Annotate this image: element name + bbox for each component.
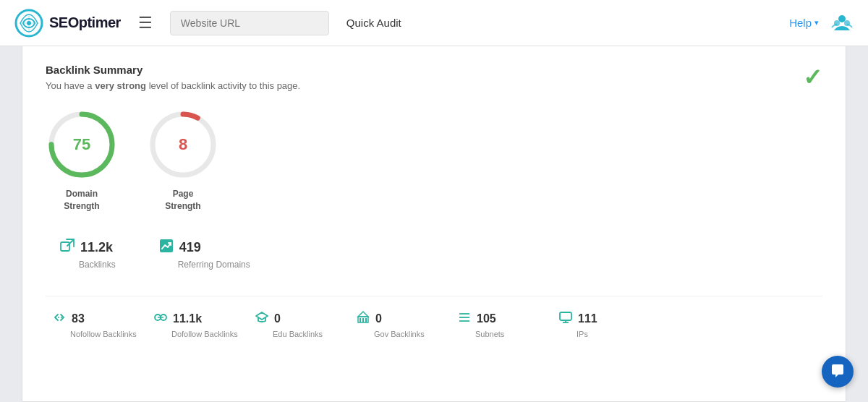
backlinks-value: 11.2k xyxy=(80,240,113,255)
domain-strength-item: 75 Domain Strength xyxy=(46,108,118,213)
help-label: Help xyxy=(789,17,812,29)
nofollow-icon xyxy=(53,311,66,327)
ips-monitor-icon xyxy=(559,311,572,324)
backlinks-stat: 11.2k Backlinks xyxy=(60,239,116,270)
edu-value: 0 xyxy=(274,312,281,325)
edu-stat: 0 Edu Backlinks xyxy=(255,311,357,338)
subnets-value: 105 xyxy=(477,312,496,325)
subnets-icon xyxy=(458,311,471,327)
domain-strength-circle: 75 xyxy=(46,108,118,181)
hamburger-button[interactable]: ☰ xyxy=(132,11,158,35)
edu-icon xyxy=(255,311,268,327)
status-checkmark: ✓ xyxy=(803,64,822,91)
backlinks-stat-top: 11.2k xyxy=(60,239,113,257)
domain-strength-label: Domain Strength xyxy=(64,188,99,213)
referring-domains-stat-top: 419 xyxy=(159,239,201,257)
main-container: ✓ Backlink Summary You have a very stron… xyxy=(0,46,868,402)
dofollow-backlinks-icon xyxy=(154,311,167,324)
quick-audit-button[interactable]: Quick Audit xyxy=(341,14,407,32)
dofollow-icon xyxy=(154,311,167,327)
external-link-icon xyxy=(60,239,75,253)
subtitle-suffix: level of backlink activity to this page. xyxy=(146,80,300,91)
gov-label: Gov Backlinks xyxy=(357,330,425,338)
page-strength-item: 8 Page Strength xyxy=(147,108,219,213)
page-strength-circle: 8 xyxy=(147,108,219,181)
dofollow-label: Dofollow Backlinks xyxy=(154,330,238,338)
svg-rect-20 xyxy=(365,318,367,322)
svg-rect-9 xyxy=(61,242,69,251)
section-title: Backlink Summary xyxy=(46,64,822,76)
left-strip xyxy=(0,46,22,402)
edu-label: Edu Backlinks xyxy=(255,330,323,338)
gov-icon xyxy=(357,311,370,327)
svg-point-2 xyxy=(838,15,846,22)
ips-label: IPs xyxy=(559,330,588,338)
svg-rect-18 xyxy=(359,318,361,322)
edu-backlinks-icon xyxy=(255,311,268,324)
gov-backlinks-icon xyxy=(357,311,370,324)
referring-domains-stat: 419 Referring Domains xyxy=(159,239,250,270)
user-avatar-icon xyxy=(830,10,854,33)
page-strength-label: Page Strength xyxy=(165,188,200,213)
svg-marker-17 xyxy=(358,312,368,317)
ips-icon xyxy=(559,311,572,327)
ips-stat: 111 IPs xyxy=(559,311,660,338)
referring-domains-label: Referring Domains xyxy=(159,260,250,270)
dofollow-value: 11.1k xyxy=(173,312,202,325)
subtitle-emphasis: very strong xyxy=(95,80,146,91)
user-icon-button[interactable] xyxy=(830,10,854,36)
chat-icon xyxy=(830,364,846,380)
subnets-stat: 105 Subnets xyxy=(458,311,559,338)
chat-bubble-button[interactable] xyxy=(822,356,854,388)
backlinks-icon xyxy=(60,239,75,257)
circles-row: 75 Domain Strength 8 Page xyxy=(46,108,822,213)
logo-area: SEOptimer xyxy=(14,9,121,38)
backlinks-label: Backlinks xyxy=(60,260,116,270)
right-strip xyxy=(846,46,868,402)
nofollow-value: 83 xyxy=(72,312,85,325)
help-button[interactable]: Help ▾ xyxy=(789,17,819,29)
dofollow-stat: 11.1k Dofollow Backlinks xyxy=(154,311,255,338)
referring-domains-value: 419 xyxy=(179,240,201,255)
nofollow-label: Nofollow Backlinks xyxy=(53,330,137,338)
subtitle-prefix: You have a xyxy=(46,80,95,91)
referring-domains-icon xyxy=(159,239,174,257)
ips-value: 111 xyxy=(578,312,597,325)
domain-strength-value: 75 xyxy=(73,135,90,154)
trending-up-icon xyxy=(159,239,174,253)
header: SEOptimer ☰ Quick Audit Help ▾ xyxy=(0,0,868,46)
logo-icon xyxy=(14,9,43,38)
bottom-stats-row: 83 Nofollow Backlinks 11.1k Dofollow Ba xyxy=(46,296,822,338)
logo-text: SEOptimer xyxy=(49,14,121,31)
subnets-label: Subnets xyxy=(458,330,504,338)
page-strength-value: 8 xyxy=(179,135,187,154)
subnets-icon-svg xyxy=(458,311,471,324)
nofollow-backlinks-icon xyxy=(53,311,66,324)
section-subtitle: You have a very strong level of backlink… xyxy=(46,80,822,91)
svg-rect-19 xyxy=(362,318,364,322)
header-right: Help ▾ xyxy=(789,10,854,36)
gov-stat: 0 Gov Backlinks xyxy=(357,311,458,338)
url-input[interactable] xyxy=(170,11,329,35)
help-chevron-icon: ▾ xyxy=(814,18,819,27)
content-area: ✓ Backlink Summary You have a very stron… xyxy=(22,46,846,402)
svg-rect-24 xyxy=(560,312,571,320)
nofollow-stat: 83 Nofollow Backlinks xyxy=(53,311,154,338)
gov-value: 0 xyxy=(375,312,382,325)
stats-row: 11.2k Backlinks 419 Referring Do xyxy=(46,239,822,270)
